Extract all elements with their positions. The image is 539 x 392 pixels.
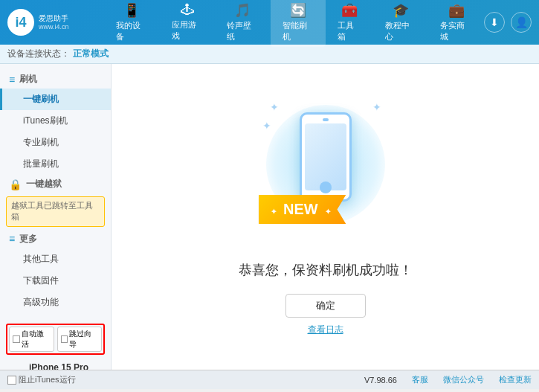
- status-bar: 设备连接状态： 正常模式: [0, 45, 539, 64]
- sidebar: ≡ 刷机 一键刷机 iTunes刷机 专业刷机 批量刷机 🔒 一键越狱 越狱工具…: [0, 64, 112, 370]
- new-badge: NEW: [259, 195, 346, 224]
- nav-business[interactable]: 💼 务实商城: [428, 0, 484, 47]
- skip-guide-checkbox[interactable]: [61, 335, 68, 343]
- apps-icon: 🕹: [181, 2, 194, 18]
- log-link[interactable]: 查看日志: [308, 324, 343, 336]
- footer: 阻止iTunes运行 V7.98.66 客服 微信公众号 检查更新: [0, 370, 539, 389]
- phone-camera: [323, 118, 329, 121]
- device-name: iPhone 15 Pro Max: [29, 362, 105, 370]
- device-details: iPhone 15 Pro Max 512GB iPhone: [29, 362, 105, 370]
- sidebar-item-download-firmware[interactable]: 下载固件: [0, 270, 111, 292]
- device-options-box: 自动激活 跳过向导: [6, 324, 105, 355]
- device-icon: 📱: [123, 2, 140, 19]
- version-label: V7.98.66: [364, 376, 397, 385]
- footer-link-support[interactable]: 客服: [412, 374, 428, 385]
- user-button[interactable]: 👤: [511, 12, 532, 33]
- toolbox-icon: 🧰: [341, 2, 358, 19]
- sparkle-icon-2: ✦: [372, 101, 381, 113]
- nav-toolbox[interactable]: 🧰 工具箱: [326, 0, 373, 47]
- success-message: 恭喜您，保资料刷机成功啦！: [239, 261, 413, 279]
- sparkle-icon-1: ✦: [270, 101, 279, 113]
- header: i4 爱思助手 www.i4.cn 📱 我的设备 🕹 应用游戏 🎵 铃声壁纸 🔄…: [0, 0, 539, 45]
- flash-icon: 🔄: [290, 2, 306, 19]
- sidebar-item-advanced[interactable]: 高级功能: [0, 292, 111, 313]
- logo-icon: i4: [7, 9, 34, 36]
- status-value: 正常模式: [73, 48, 109, 60]
- footer-link-update[interactable]: 检查更新: [499, 374, 532, 385]
- sidebar-flash-section: ≡ 刷机: [0, 70, 111, 89]
- tutorials-icon: 🎓: [393, 2, 409, 19]
- nav-smart-flash[interactable]: 🔄 智能刷机: [271, 0, 326, 47]
- nav-ringtones[interactable]: 🎵 铃声壁纸: [215, 0, 271, 47]
- nav-apps-games[interactable]: 🕹 应用游戏: [160, 0, 216, 47]
- header-right: ⬇ 👤: [484, 12, 532, 33]
- sidebar-item-itunes-flash[interactable]: iTunes刷机: [0, 110, 111, 132]
- content-area: ✦ ✦ ✦ NEW 恭喜您，保资料刷机成功啦！ 确定 查看日志: [112, 64, 539, 370]
- sidebar-recover-section: 🔒 一键越狱: [0, 175, 111, 193]
- status-label: 设备连接状态：: [7, 48, 70, 60]
- nav-bar: 📱 我的设备 🕹 应用游戏 🎵 铃声壁纸 🔄 智能刷机 🧰 工具箱 🎓 教程中心…: [104, 0, 484, 47]
- nav-tutorials[interactable]: 🎓 教程中心: [373, 0, 429, 47]
- lock-icon: 🔒: [9, 179, 22, 190]
- nav-my-device[interactable]: 📱 我的设备: [104, 0, 160, 47]
- logo-text: 爱思助手 www.i4.cn: [39, 13, 69, 32]
- phone-home-button: [320, 181, 332, 193]
- ringtone-icon: 🎵: [234, 2, 251, 19]
- download-button[interactable]: ⬇: [484, 12, 505, 33]
- sidebar-item-batch-flash[interactable]: 批量刷机: [0, 153, 111, 175]
- phone-illustration: ✦ ✦ ✦ NEW: [266, 97, 385, 246]
- sidebar-item-other-tools[interactable]: 其他工具: [0, 248, 111, 270]
- sparkle-icon-3: ✦: [262, 120, 271, 132]
- logo-area: i4 爱思助手 www.i4.cn: [7, 9, 104, 36]
- sidebar-more-section: ≡ 更多: [0, 230, 111, 248]
- flash-section-icon: ≡: [9, 74, 15, 86]
- auto-activate-option[interactable]: 自动激活: [9, 327, 54, 352]
- device-info: 📱 iPhone 15 Pro Max 512GB iPhone: [0, 359, 111, 370]
- recover-notice: 越狱工具已跳转至工具箱: [6, 196, 105, 227]
- footer-link-wechat[interactable]: 微信公众号: [443, 374, 484, 385]
- confirm-button[interactable]: 确定: [285, 294, 366, 318]
- sidebar-item-one-key-flash[interactable]: 一键刷机: [0, 89, 111, 110]
- business-icon: 💼: [448, 2, 465, 19]
- itunes-checkbox-area[interactable]: 阻止iTunes运行: [7, 374, 76, 385]
- auto-activate-checkbox[interactable]: [13, 335, 20, 343]
- itunes-checkbox[interactable]: [7, 376, 16, 385]
- main-layout: ≡ 刷机 一键刷机 iTunes刷机 专业刷机 批量刷机 🔒 一键越狱 越狱工具…: [0, 64, 539, 370]
- phone-screen: [305, 123, 346, 190]
- skip-guide-option[interactable]: 跳过向导: [57, 327, 103, 352]
- more-icon: ≡: [9, 233, 15, 245]
- sidebar-item-pro-flash[interactable]: 专业刷机: [0, 132, 111, 153]
- phone-body: [300, 112, 352, 202]
- itunes-label: 阻止iTunes运行: [19, 374, 76, 385]
